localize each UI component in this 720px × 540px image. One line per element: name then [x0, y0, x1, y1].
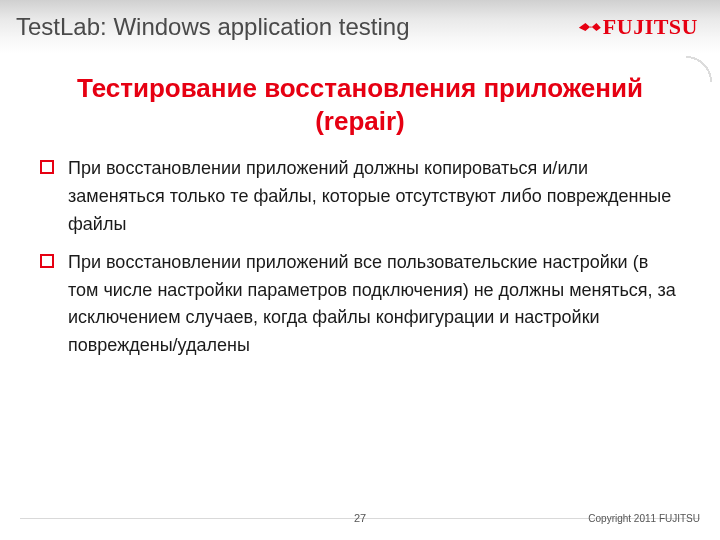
- brand-name: FUJITSU: [603, 14, 698, 40]
- bullet-icon: [40, 254, 54, 268]
- content-title: Тестирование восстановления приложений (…: [40, 72, 680, 137]
- page-number: 27: [354, 512, 366, 524]
- bullet-list: При восстановлении приложений должны коп…: [40, 155, 680, 360]
- slide: TestLab: Windows application testing FUJ…: [0, 0, 720, 540]
- list-item: При восстановлении приложений все пользо…: [40, 249, 680, 361]
- brand-logo: FUJITSU: [579, 14, 698, 40]
- copyright-text: Copyright 2011 FUJITSU: [588, 513, 700, 524]
- slide-content: Тестирование восстановления приложений (…: [0, 54, 720, 360]
- fujitsu-logo: FUJITSU: [579, 14, 698, 40]
- bullet-text: При восстановлении приложений должны коп…: [68, 155, 680, 239]
- corner-decoration: [686, 48, 720, 82]
- list-item: При восстановлении приложений должны коп…: [40, 155, 680, 239]
- fujitsu-infinity-icon: [579, 20, 601, 34]
- bullet-icon: [40, 160, 54, 174]
- header-title: TestLab: Windows application testing: [16, 13, 410, 41]
- slide-header: TestLab: Windows application testing FUJ…: [0, 0, 720, 54]
- bullet-text: При восстановлении приложений все пользо…: [68, 249, 680, 361]
